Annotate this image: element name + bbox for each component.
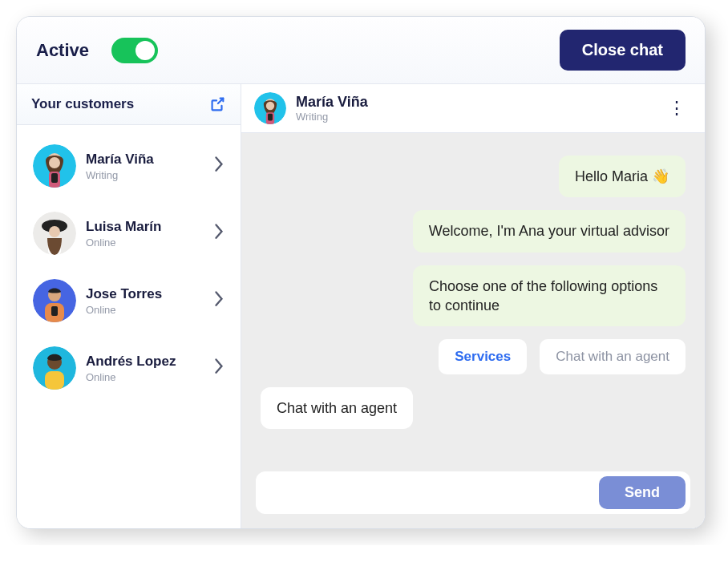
bot-message: Choose one of the following options to c…: [413, 265, 686, 327]
chat-panel: María Viña Writing ⋮ Hello Maria 👋 Welco…: [241, 84, 705, 528]
customer-name: Luisa Marín: [86, 219, 204, 235]
svg-rect-20: [268, 114, 273, 121]
customer-item[interactable]: Andrés Lopez Online: [25, 338, 233, 398]
svg-rect-4: [51, 173, 58, 183]
svg-rect-15: [45, 371, 64, 390]
customer-status: Online: [86, 237, 204, 249]
svg-point-7: [49, 226, 60, 237]
option-agent-button[interactable]: Chat with an agent: [540, 339, 686, 374]
avatar: [33, 144, 76, 188]
option-services-button[interactable]: Services: [439, 339, 527, 374]
message-input[interactable]: [270, 486, 591, 500]
chat-header: María Viña Writing ⋮: [241, 84, 705, 133]
avatar: [33, 279, 76, 322]
svg-point-18: [266, 102, 274, 110]
customer-text: Andrés Lopez Online: [86, 354, 204, 383]
bot-message: Welcome, I'm Ana your virtual advisor: [413, 210, 686, 252]
topbar: Active Close chat: [17, 17, 705, 84]
customer-text: Luisa Marín Online: [86, 219, 204, 249]
customer-status: Online: [86, 371, 204, 383]
chat-header-text: María Viña Writing: [296, 94, 368, 123]
chevron-right-icon: [213, 155, 224, 176]
customer-name: Andrés Lopez: [86, 354, 204, 370]
composer: Send: [256, 471, 690, 514]
user-message: Chat with an agent: [261, 387, 413, 429]
close-chat-button[interactable]: Close chat: [560, 30, 686, 71]
quick-options: Services Chat with an agent: [439, 339, 686, 374]
chevron-right-icon: [213, 289, 224, 311]
sidebar: Your customers María Viña W: [17, 84, 241, 528]
sidebar-header: Your customers: [17, 84, 241, 125]
customer-text: María Viña Writing: [86, 152, 204, 181]
sidebar-title: Your customers: [31, 96, 134, 112]
chat-header-name: María Viña: [296, 94, 368, 111]
customer-item[interactable]: María Viña Writing: [25, 136, 233, 196]
customer-list: María Viña Writing Luisa Marín Online: [17, 125, 241, 409]
chevron-right-icon: [213, 357, 224, 378]
customer-item[interactable]: Luisa Marín Online: [25, 204, 233, 263]
active-toggle[interactable]: [111, 38, 158, 63]
more-icon[interactable]: ⋮: [661, 102, 692, 115]
customer-name: María Viña: [86, 152, 204, 168]
share-icon[interactable]: [208, 95, 226, 113]
active-label: Active: [36, 40, 89, 61]
avatar: [33, 212, 76, 255]
message-list: Hello Maria 👋 Welcome, I'm Ana your virt…: [241, 133, 705, 465]
svg-point-2: [49, 157, 60, 168]
chat-header-status: Writing: [296, 111, 368, 123]
chat-dashboard: Active Close chat Your customers: [16, 16, 706, 529]
customer-name: Jose Torres: [86, 286, 204, 302]
main-body: Your customers María Viña W: [17, 84, 705, 528]
customer-text: Jose Torres Online: [86, 286, 204, 316]
send-button[interactable]: Send: [599, 476, 686, 509]
customer-status: Writing: [86, 169, 204, 181]
customer-status: Online: [86, 304, 204, 316]
bot-message: Hello Maria 👋: [559, 156, 686, 197]
svg-rect-12: [51, 306, 58, 316]
customer-item[interactable]: Jose Torres Online: [25, 271, 233, 330]
avatar: [33, 346, 76, 390]
topbar-left: Active: [36, 38, 158, 63]
avatar: [254, 92, 286, 124]
chevron-right-icon: [213, 222, 224, 244]
